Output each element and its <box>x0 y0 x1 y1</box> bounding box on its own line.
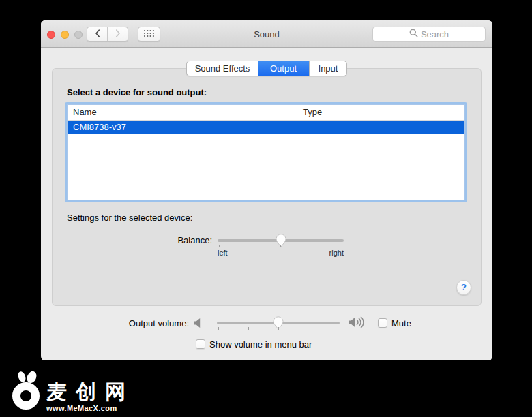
watermark-site-url: www.MeMacX.com <box>46 404 134 412</box>
balance-right-label: right <box>329 249 344 257</box>
sound-preferences-window: Sound Search Sound Effects Output Input … <box>41 20 492 360</box>
speaker-loud-icon <box>349 316 367 331</box>
show-volume-checkbox[interactable] <box>196 339 205 349</box>
column-header-name[interactable]: Name <box>68 105 297 120</box>
balance-left-label: left <box>218 249 228 257</box>
output-volume-tick-marks <box>218 327 338 330</box>
column-header-type[interactable]: Type <box>297 105 464 120</box>
mute-label[interactable]: Mute <box>391 318 411 328</box>
show-volume-label[interactable]: Show volume in menu bar <box>209 339 312 350</box>
balance-label: Balance: <box>103 235 212 245</box>
balance-tick-marks <box>219 245 342 247</box>
watermark: 麦创网 www.MeMacX.com <box>11 371 134 413</box>
tab-input[interactable]: Input <box>309 61 346 76</box>
balance-slider[interactable]: left right <box>218 230 344 260</box>
speaker-low-icon <box>194 318 204 330</box>
output-volume-slider[interactable] <box>217 313 340 333</box>
tab-bar: Sound Effects Output Input <box>186 61 347 76</box>
device-table[interactable]: Name Type CMI8738-v37 <box>67 104 465 200</box>
settings-label: Settings for the selected device: <box>67 213 192 223</box>
table-row[interactable]: CMI8738-v37 <box>68 121 464 134</box>
output-volume-label: Output volume: <box>80 318 189 328</box>
watermark-site-name: 麦创网 <box>46 380 134 403</box>
help-button[interactable]: ? <box>456 280 471 295</box>
search-icon <box>409 28 418 40</box>
mute-checkbox[interactable] <box>378 318 387 328</box>
memacx-logo-icon <box>11 371 44 413</box>
titlebar[interactable]: Sound Search <box>41 20 492 48</box>
tab-output[interactable]: Output <box>258 61 309 76</box>
search-input[interactable]: Search <box>372 27 486 42</box>
search-placeholder: Search <box>421 29 449 40</box>
desktop-background: Sound Search Sound Effects Output Input … <box>0 0 532 417</box>
tab-sound-effects[interactable]: Sound Effects <box>187 61 258 76</box>
output-pane: Select a device for sound output: Name T… <box>52 68 482 306</box>
device-table-header: Name Type <box>68 105 464 121</box>
select-device-label: Select a device for sound output: <box>67 87 207 97</box>
